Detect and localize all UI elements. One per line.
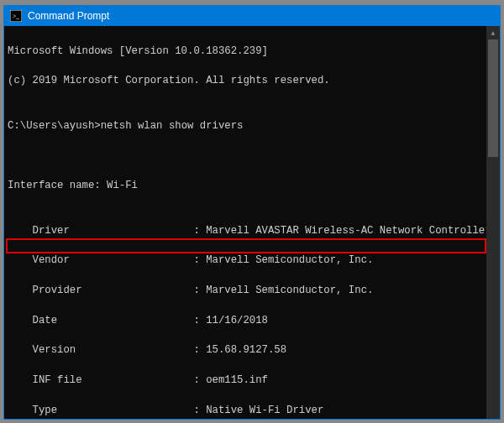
provider-line: Provider : Marvell Semiconductor, Inc. (8, 284, 496, 299)
title-bar[interactable]: >_ Command Prompt (4, 6, 500, 26)
version-line: Version : 15.68.9127.58 (8, 343, 496, 358)
output-line: Microsoft Windows [Version 10.0.18362.23… (8, 44, 496, 60)
vertical-scrollbar[interactable]: ▲ (486, 26, 500, 419)
scroll-thumb[interactable] (488, 39, 498, 157)
command-prompt-window: >_ Command Prompt Microsoft Windows [Ver… (3, 5, 501, 420)
scroll-up-button[interactable]: ▲ (486, 26, 500, 39)
interface-name: Interface name: Wi-Fi (8, 179, 496, 194)
command-prompt-icon: >_ (9, 9, 23, 23)
svg-text:>_: >_ (13, 13, 19, 20)
window-title: Command Prompt (28, 10, 109, 22)
terminal-output[interactable]: Microsoft Windows [Version 10.0.18362.23… (4, 26, 500, 419)
vendor-line: Vendor : Marvell Semiconductor, Inc. (8, 253, 496, 269)
inf-line: INF file : oem115.inf (8, 373, 496, 389)
date-line: Date : 11/16/2018 (8, 314, 496, 329)
prompt-line: C:\Users\ayush>netsh wlan show drivers (8, 119, 496, 134)
highlight-annotation (6, 238, 486, 253)
output-line: (c) 2019 Microsoft Corporation. All righ… (8, 74, 496, 89)
type-line: Type : Native Wi-Fi Driver (8, 404, 496, 419)
typed-command: netsh wlan show drivers (101, 120, 244, 132)
prompt-path: C:\Users\ayush> (8, 120, 101, 132)
driver-line: Driver : Marvell AVASTAR Wireless-AC Net… (8, 224, 496, 239)
